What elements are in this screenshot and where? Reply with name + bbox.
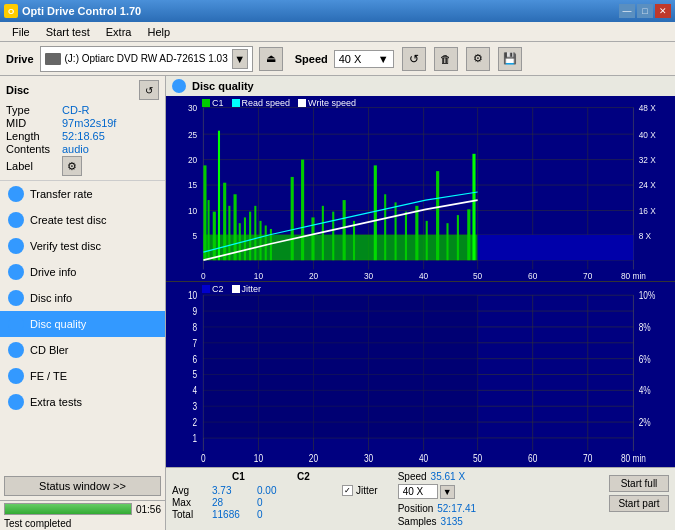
disc-quality-header: Disc quality xyxy=(166,76,675,96)
svg-rect-44 xyxy=(223,183,226,260)
svg-text:40 X: 40 X xyxy=(639,129,656,140)
save-button[interactable]: 💾 xyxy=(498,47,522,71)
position-label: Position xyxy=(398,503,434,514)
total-label: Total xyxy=(172,509,202,520)
menu-file[interactable]: File xyxy=(4,24,38,40)
contents-value: audio xyxy=(62,143,89,155)
svg-text:10%: 10% xyxy=(639,289,656,301)
sidebar-item-disc-info[interactable]: Disc info xyxy=(0,285,165,311)
drive-label: Drive xyxy=(6,53,34,65)
chart1-legend: C1 Read speed Write speed xyxy=(202,98,356,108)
start-full-button[interactable]: Start full xyxy=(609,475,669,492)
main-area: Disc ↺ Type CD-R MID 97m32s19f Length 52… xyxy=(0,76,675,530)
svg-text:60: 60 xyxy=(528,452,537,464)
sidebar-item-disc-quality[interactable]: Disc quality xyxy=(0,311,165,337)
disc-label-icon[interactable]: ⚙ xyxy=(62,156,82,176)
create-test-disc-label: Create test disc xyxy=(30,214,106,226)
svg-text:4%: 4% xyxy=(639,384,651,396)
settings-button[interactable]: ⚙ xyxy=(466,47,490,71)
extra-tests-label: Extra tests xyxy=(30,396,82,408)
menu-extra[interactable]: Extra xyxy=(98,24,140,40)
svg-text:48 X: 48 X xyxy=(639,103,656,114)
length-value: 52:18.65 xyxy=(62,130,105,142)
maximize-button[interactable]: □ xyxy=(637,4,653,18)
sidebar-item-transfer-rate[interactable]: Transfer rate xyxy=(0,181,165,207)
disc-info-label: Disc info xyxy=(30,292,72,304)
svg-point-0 xyxy=(175,82,183,90)
c1c2-stats: C1 C2 Avg 3.73 0.00 Max 28 0 Total 11686… xyxy=(172,471,332,520)
svg-text:2%: 2% xyxy=(639,416,651,428)
svg-text:10: 10 xyxy=(188,289,197,301)
svg-text:8 X: 8 X xyxy=(639,231,652,242)
time-display: 01:56 xyxy=(136,504,161,515)
c1-header: C1 xyxy=(232,471,267,482)
extra-tests-icon xyxy=(8,394,24,410)
svg-rect-56 xyxy=(311,217,314,260)
jitter-checkbox[interactable]: ✓ xyxy=(342,485,353,496)
mid-label: MID xyxy=(6,117,58,129)
svg-text:30: 30 xyxy=(364,452,373,464)
sidebar-item-cd-bler[interactable]: CD Bler xyxy=(0,337,165,363)
speed-label-stat: Speed xyxy=(398,471,427,482)
sidebar-item-fe-te[interactable]: FE / TE xyxy=(0,363,165,389)
disc-info-icon xyxy=(8,290,24,306)
svg-text:70: 70 xyxy=(583,270,592,281)
avg-label: Avg xyxy=(172,485,202,496)
cd-bler-label: CD Bler xyxy=(30,344,69,356)
avg-c1: 3.73 xyxy=(212,485,247,496)
svg-rect-59 xyxy=(343,200,346,260)
speed-select-display[interactable]: 40 X xyxy=(398,484,438,499)
speed-selector[interactable]: 40 X ▼ xyxy=(334,50,394,68)
svg-text:60: 60 xyxy=(528,270,537,281)
drive-selector[interactable]: (J:) Optiarc DVD RW AD-7261S 1.03 ▼ xyxy=(40,46,253,72)
svg-text:5: 5 xyxy=(193,231,198,242)
total-row: Total 11686 0 xyxy=(172,509,332,520)
close-button[interactable]: ✕ xyxy=(655,4,671,18)
eject-button[interactable]: ⏏ xyxy=(259,47,283,71)
svg-text:15: 15 xyxy=(188,180,197,191)
svg-text:70: 70 xyxy=(583,452,592,464)
mid-value: 97m32s19f xyxy=(62,117,116,129)
app-title: Opti Drive Control 1.70 xyxy=(22,5,141,17)
total-c2: 0 xyxy=(257,509,292,520)
status-text: Test completed xyxy=(0,517,165,530)
drive-icon xyxy=(45,53,61,65)
max-c1: 28 xyxy=(212,497,247,508)
svg-rect-64 xyxy=(405,212,407,261)
speed-value: 40 X xyxy=(339,53,374,65)
svg-rect-50 xyxy=(254,206,256,260)
minimize-button[interactable]: — xyxy=(619,4,635,18)
drive-dropdown-button[interactable]: ▼ xyxy=(232,49,248,69)
avg-c2: 0.00 xyxy=(257,485,292,496)
chart2-container: C2 Jitter xyxy=(166,282,675,467)
status-window-button[interactable]: Status window >> xyxy=(4,476,161,496)
svg-rect-70 xyxy=(467,209,470,260)
start-buttons: Start full Start part xyxy=(609,475,669,512)
jitter-checkbox-area[interactable]: ✓ Jitter xyxy=(342,485,378,496)
svg-rect-51 xyxy=(259,221,261,260)
erase-button[interactable]: 🗑 xyxy=(434,47,458,71)
start-part-button[interactable]: Start part xyxy=(609,495,669,512)
svg-text:6: 6 xyxy=(193,353,198,365)
sidebar-item-drive-info[interactable]: Drive info xyxy=(0,259,165,285)
sidebar-item-extra-tests[interactable]: Extra tests xyxy=(0,389,165,415)
svg-text:0: 0 xyxy=(201,452,206,464)
svg-rect-63 xyxy=(395,202,397,260)
svg-rect-45 xyxy=(228,206,230,260)
svg-text:50: 50 xyxy=(473,270,482,281)
type-label: Type xyxy=(6,104,58,116)
svg-rect-60 xyxy=(353,221,355,260)
legend-read-color xyxy=(232,99,240,107)
progress-bar-outer xyxy=(4,503,132,515)
disc-quality-icon xyxy=(8,316,24,332)
sidebar-item-verify-test-disc[interactable]: Verify test disc xyxy=(0,233,165,259)
legend-write-color xyxy=(298,99,306,107)
menu-start-test[interactable]: Start test xyxy=(38,24,98,40)
disc-quality-icon-header xyxy=(172,79,186,93)
sidebar-item-create-test-disc[interactable]: Create test disc xyxy=(0,207,165,233)
refresh-button[interactable]: ↺ xyxy=(402,47,426,71)
speed-dropdown-btn[interactable]: ▼ xyxy=(440,485,455,499)
window-controls: — □ ✕ xyxy=(619,4,671,18)
disc-refresh-button[interactable]: ↺ xyxy=(139,80,159,100)
menu-help[interactable]: Help xyxy=(139,24,178,40)
